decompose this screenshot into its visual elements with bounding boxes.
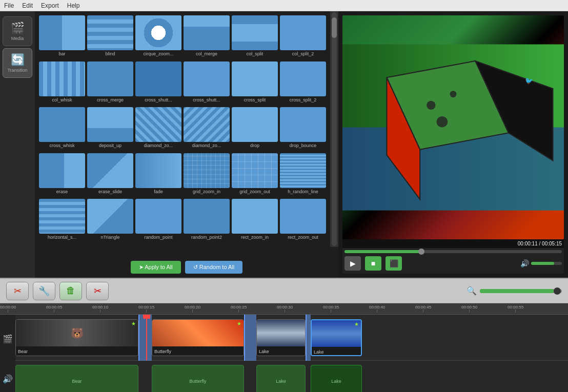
transition-item-col_whisk[interactable]: col_whisk [39,61,85,106]
ruler-mark-8: 00:00:40 [369,305,385,313]
transition-label-col_whisk: col_whisk [52,97,72,102]
ruler-mark-6: 00:00:30 [277,305,293,313]
clip-bear[interactable]: 🐻 Bear ★ [15,319,138,356]
cut-button[interactable]: ✂ [86,282,109,300]
seekbar-fill [344,250,423,253]
sidebar-item-media[interactable]: 🎬 Media [3,16,32,46]
mark-out-button[interactable]: ⬛ [386,256,402,271]
transition-item-grid_zoom_out[interactable]: grid_zoom_out [232,153,278,197]
audio-butterfly[interactable]: Butterfly [152,365,244,392]
zoom-thumb[interactable] [554,287,561,295]
transition-item-bar[interactable]: bar [39,15,85,59]
clip-bear-thumb: 🐻 [16,320,138,346]
svg-point-6 [450,91,457,97]
transition-item-erase_slide[interactable]: erase_slide [87,153,133,197]
transition-label-rect_zoom_out: rect_zoom_out [288,235,318,240]
audio-track: Bear Butterfly Lake Lake [15,361,568,392]
transition-label-cross_split: cross_split [244,97,266,102]
audio-lake2-label: Lake [328,379,344,384]
audio-lake1[interactable]: Lake [256,365,306,392]
transition-item-deposit_up[interactable]: deposit_up [87,107,133,151]
top-section: 🎬 Media 🔄 Transition barblindcirque_zoom… [0,11,568,278]
transition-item-fade[interactable]: fade [135,153,181,197]
preview-seekbar[interactable] [344,250,562,253]
transition-item-col_split_2[interactable]: col_split_2 [280,15,326,59]
transition-label-grid_zoom_out: grid_zoom_out [239,189,270,194]
menu-help[interactable]: Help [67,2,80,9]
delete-button[interactable]: 🗑 [59,282,82,300]
playhead[interactable] [146,315,147,360]
transition-label-col_split: col_split [247,51,263,56]
transition-item-cross_split[interactable]: cross_split [232,61,278,106]
clip-lake1-label: Lake [257,346,305,356]
transition-item-horizontal_s[interactable]: horizontal_s... [39,199,85,243]
clip-lake2[interactable]: Lake ★ [311,319,362,356]
transition-item-blind[interactable]: blind [87,15,133,59]
menu-edit[interactable]: Edit [22,2,33,9]
transition-item-rect_zoom_in[interactable]: rect_zoom_in [232,199,278,243]
mark-in-button[interactable]: ■ [365,256,381,271]
transition-item-diamond_zo[interactable]: diamond_zo... [135,107,181,151]
ruler-mark-1: 00:00:05 [46,305,62,313]
transition-item-cross_shut2[interactable]: cross_shutt... [184,61,230,106]
transition-buttons: ➤ Apply to All ↺ Random to All [35,257,338,278]
transition-label-drop_bounce: drop_bounce [290,143,317,148]
transition-item-diamond_zo2[interactable]: diamond_zo... [184,107,230,151]
transition-label-cross_shut2: cross_shutt... [193,97,220,102]
clip-lake1[interactable]: Lake [256,319,306,356]
transition-item-col_merge[interactable]: col_merge [184,15,230,59]
play-button[interactable]: ▶ [344,256,361,271]
menu-export[interactable]: Export [41,2,59,9]
transition-item-random_point[interactable]: random_point [135,199,181,243]
zoom-icon: 🔍 [466,286,477,296]
transition-scrollbar[interactable] [330,11,338,247]
transition-label-fade: fade [154,189,163,194]
svg-text:🐦: 🐦 [525,76,534,85]
volume-slider[interactable] [531,262,562,265]
timeline-toolbar: ✂ 🔧 🗑 ✂ 🔍 [0,278,568,303]
transition-item-h_random_line[interactable]: h_random_line [280,153,326,197]
random-button[interactable]: ↺ Random to All [185,261,243,274]
playhead-handle [143,315,150,319]
volume-icon: 🔊 [520,259,529,267]
preview-video: 🐦 [342,15,564,239]
transition-label-bar: bar [58,51,65,56]
transition-marker-3 [306,315,311,361]
transition-item-ntriangle[interactable]: nTriangle [87,199,133,243]
sidebar-transition-label: Transition [7,68,27,73]
transition-item-erase[interactable]: erase [39,153,85,197]
transition-icon: 🔄 [11,53,25,67]
sidebar-item-transition[interactable]: 🔄 Transition [3,48,32,78]
transition-label-random_point2: random_point2 [191,235,222,240]
transition-item-cross_shut[interactable]: cross_shutt... [135,61,181,106]
transition-item-drop_bounce[interactable]: drop_bounce [280,107,326,151]
transition-item-rect_zoom_out[interactable]: rect_zoom_out [280,199,326,243]
volume-control: 🔊 [520,259,562,267]
transition-label-cross_merge: cross_merge [97,97,124,102]
menu-file[interactable]: File [4,2,14,9]
clip-butterfly-thumb [152,320,244,346]
transition-marker-2 [244,315,256,361]
transition-grid-container: barblindcirque_zoom...col_mergecol_split… [35,11,338,257]
transition-item-random_point2[interactable]: random_point2 [184,199,230,243]
transition-item-cross_whisk[interactable]: cross_whisk [39,107,85,151]
transition-item-col_split[interactable]: col_split [232,15,278,59]
apply-all-button[interactable]: ➤ Apply to All [131,261,181,274]
clip-butterfly-label: Butterfly [152,346,244,356]
scroll-thumb[interactable] [332,17,337,38]
transition-item-drop[interactable]: drop [232,107,278,151]
zoom-slider[interactable] [480,289,562,293]
audio-lake2[interactable]: Lake [311,365,362,392]
transition-item-cross_split_2[interactable]: cross_split_2 [280,61,326,106]
audio-bear[interactable]: Bear [15,365,138,392]
transition-item-cross_merge[interactable]: cross_merge [87,61,133,106]
settings-button[interactable]: 🔧 [33,282,55,300]
transition-item-grid_zoom_in[interactable]: grid_zoom_in [184,153,230,197]
transition-label-ntriangle: nTriangle [100,235,119,240]
clip-butterfly[interactable]: Butterfly ★ [152,319,244,356]
clip-star: ★ [131,321,136,326]
ruler-mark-5: 00:00:25 [231,305,247,313]
transition-item-cirque_zoom[interactable]: cirque_zoom... [135,15,181,59]
audio-track-icon: 🔊 [3,374,13,384]
split-button[interactable]: ✂ [6,282,29,300]
